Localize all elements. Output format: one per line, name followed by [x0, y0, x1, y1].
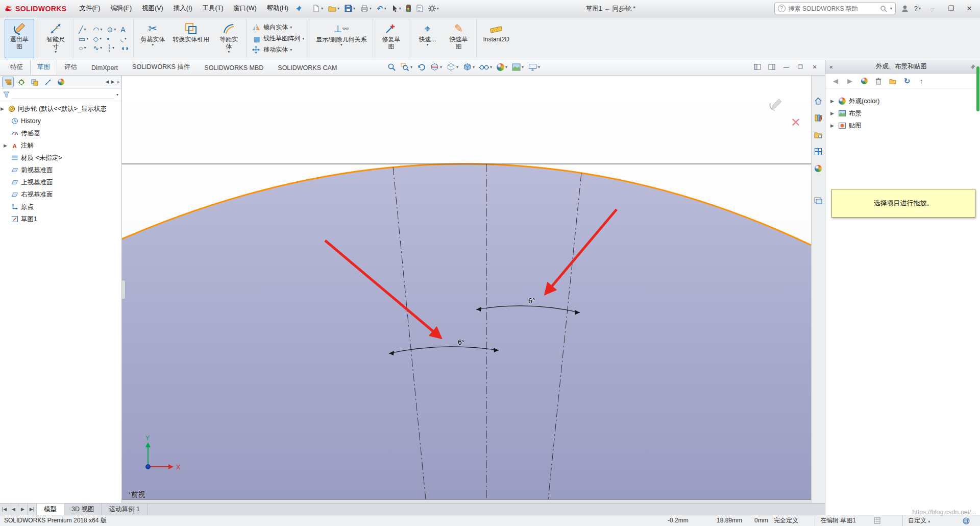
rebuild-button[interactable]: [405, 4, 412, 13]
circle-tool[interactable]: ○▾: [77, 43, 90, 53]
collapse-pane-icon[interactable]: «: [829, 63, 833, 70]
window-close-button[interactable]: ✕: [963, 3, 976, 14]
tree-filter-input[interactable]: [12, 91, 114, 99]
pin-menu-icon[interactable]: [294, 4, 304, 13]
apply-scene-button[interactable]: ▾: [511, 62, 525, 72]
file-explorer-tab[interactable]: [813, 130, 823, 140]
display-style-button[interactable]: ▾: [462, 62, 476, 73]
tree-item-material[interactable]: 材质 <未指定>: [0, 152, 121, 164]
tab-scroll-left-button[interactable]: ◀: [9, 504, 18, 515]
fillet-tool[interactable]: ◟▾: [119, 34, 131, 43]
nav-forward-button[interactable]: ▶: [845, 76, 855, 86]
tab-features[interactable]: 特征: [3, 60, 30, 75]
view-orientation-button[interactable]: ▾: [446, 62, 459, 73]
window-minimize-button[interactable]: –: [926, 3, 939, 14]
rectangle-tool[interactable]: ▭▾: [77, 34, 90, 43]
tree-item-front-plane[interactable]: 前视基准面: [0, 164, 121, 176]
file-properties-button[interactable]: [414, 4, 425, 13]
3d-views-tab[interactable]: 3D 视图: [64, 504, 102, 515]
menu-window[interactable]: 窗口(W): [229, 2, 261, 15]
view-settings-button[interactable]: ▾: [527, 62, 541, 72]
undo-button[interactable]: ↶▾: [375, 4, 388, 13]
dimxpertmanager-tab[interactable]: [42, 77, 54, 87]
web-status-button[interactable]: [963, 515, 970, 524]
select-button[interactable]: ▾: [390, 4, 403, 13]
custom-properties-tab[interactable]: [813, 196, 823, 206]
save-button[interactable]: ▾: [343, 4, 357, 13]
tree-item-right-plane[interactable]: 右视基准面: [0, 188, 121, 201]
menu-help[interactable]: 帮助(H): [262, 2, 293, 15]
tree-item-annotations[interactable]: ▶ A 注解: [0, 139, 121, 152]
tab-addins[interactable]: SOLIDWORKS 插件: [125, 60, 197, 75]
tree-item-sketch1[interactable]: 草图1: [0, 213, 121, 225]
instant2d-button[interactable]: Instant2D: [480, 19, 512, 58]
featuremanager-tab[interactable]: [2, 77, 14, 87]
tab-dimxpert[interactable]: DimXpert: [84, 61, 125, 75]
quick-snaps-button[interactable]: ⌖ 快速... ▾: [413, 19, 443, 58]
spline-tool[interactable]: ∿▾: [91, 43, 104, 53]
tree-item-sensors[interactable]: 传感器: [0, 127, 121, 139]
menu-tools[interactable]: 工具(T): [198, 2, 228, 15]
display-delete-relations-button[interactable]: ⊥👓 显示/删除几何关系 ▾: [313, 19, 370, 58]
design-library-tab[interactable]: [813, 113, 823, 123]
login-user-icon[interactable]: [901, 5, 909, 13]
tree-item-top-plane[interactable]: 上视基准面: [0, 176, 121, 188]
menu-file[interactable]: 文件(F): [75, 2, 105, 15]
pane-split-right-button[interactable]: [767, 62, 777, 71]
tab-scroll-first-button[interactable]: |◀: [0, 504, 9, 515]
tab-cam[interactable]: SOLIDWORKS CAM: [271, 61, 344, 75]
tab-scroll-right-button[interactable]: ▶: [18, 504, 28, 515]
expand-chevron-icon[interactable]: ▶: [830, 111, 836, 116]
open-folder-button[interactable]: [888, 76, 898, 86]
smart-dimension-button[interactable]: 2 智能尺寸 ▾: [41, 19, 70, 58]
centerline-tool[interactable]: ┆▾: [105, 43, 117, 53]
search-icon[interactable]: [880, 5, 887, 12]
search-scope-caret-icon[interactable]: ▾: [890, 7, 892, 11]
ellipse-tool[interactable]: ⊙▾: [105, 25, 117, 34]
units-selector[interactable]: 自定义 ▴: [902, 515, 930, 526]
pane-split-left-button[interactable]: [752, 62, 763, 71]
home-tab[interactable]: [813, 96, 823, 106]
options-button[interactable]: ▾: [427, 4, 440, 13]
pane-expand-icon[interactable]: »: [116, 79, 119, 85]
line-tool[interactable]: ╱▾: [77, 25, 90, 34]
menu-view[interactable]: 视图(V): [137, 2, 168, 15]
expand-chevron-icon[interactable]: ▶: [830, 123, 836, 128]
appearances-node[interactable]: ▶ 外观(color): [825, 95, 980, 107]
open-button[interactable]: ▾: [327, 4, 341, 13]
tab-scroll-last-button[interactable]: ▶|: [28, 504, 37, 515]
pin-pane-icon[interactable]: [970, 64, 976, 70]
refresh-button[interactable]: ↻: [902, 76, 912, 86]
slot-tool[interactable]: ◖◗: [119, 43, 131, 53]
move-entities-button[interactable]: 移动实体 ▾: [250, 44, 306, 55]
polygon-tool[interactable]: ◇▾: [91, 34, 104, 43]
text-tool[interactable]: A: [119, 25, 131, 34]
confirm-sketch-icon[interactable]: [768, 97, 783, 112]
help-menu-button[interactable]: ?▾: [914, 5, 921, 12]
tab-sketch[interactable]: 草图: [30, 60, 57, 75]
rapid-sketch-button[interactable]: ✎ 快速草图: [444, 19, 474, 58]
add-appearance-button[interactable]: [859, 76, 869, 86]
doc-close-button[interactable]: ✕: [810, 62, 820, 71]
panel-splitter-handle[interactable]: [122, 280, 126, 299]
point-tool[interactable]: •: [105, 34, 117, 43]
up-one-level-button[interactable]: ↑: [916, 76, 926, 86]
linear-pattern-button[interactable]: ▦ 线性草图阵列 ▾: [250, 33, 306, 44]
tab-mbd[interactable]: SOLIDWORKS MBD: [197, 61, 271, 75]
filter-funnel-icon[interactable]: [3, 91, 10, 98]
new-document-button[interactable]: ▾: [311, 4, 325, 13]
delete-button[interactable]: [873, 76, 884, 86]
displaymanager-tab[interactable]: [55, 77, 67, 87]
tab-evaluate[interactable]: 评估: [57, 60, 84, 75]
scenes-node[interactable]: ▶ 布景: [825, 107, 980, 119]
mirror-entities-button[interactable]: 镜向实体 ▾: [250, 22, 306, 33]
tree-item-history[interactable]: History: [0, 115, 121, 127]
zoom-to-area-button[interactable]: ▾: [400, 62, 413, 73]
edit-appearance-button[interactable]: ▾: [496, 62, 508, 72]
expand-chevron-icon[interactable]: ▶: [1, 106, 6, 111]
repair-sketch-button[interactable]: 修复草图: [377, 19, 406, 58]
doc-minimize-button[interactable]: —: [781, 62, 791, 71]
motion-study-tab[interactable]: 运动算例 1: [102, 504, 147, 515]
doc-restore-button[interactable]: ❐: [795, 62, 805, 71]
decals-node[interactable]: ▶ 贴图: [825, 119, 980, 132]
